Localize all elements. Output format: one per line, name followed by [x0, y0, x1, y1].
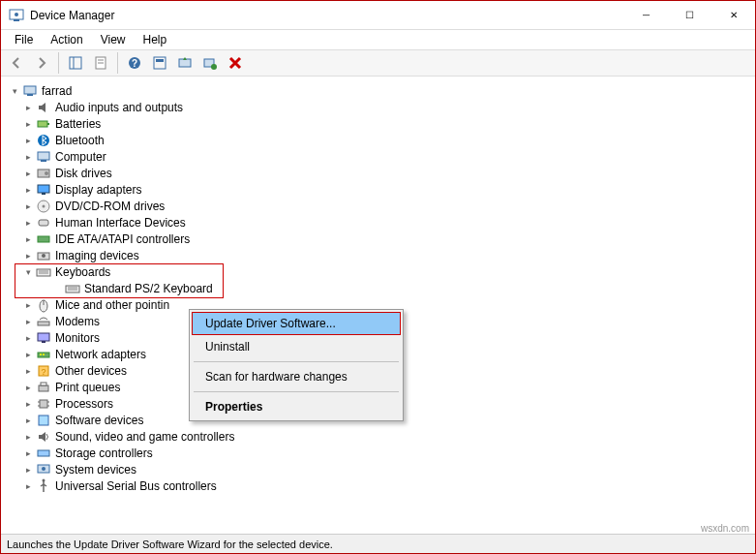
uninstall-button[interactable] — [224, 51, 247, 75]
tree-category-label: Keyboards — [55, 265, 110, 279]
context-update-driver[interactable]: Update Driver Software... — [192, 312, 401, 335]
tree-category[interactable]: ▸Batteries — [18, 115, 751, 132]
tree-category[interactable]: ▸System devices — [18, 461, 751, 477]
svg-rect-12 — [179, 59, 191, 67]
tree-category-label: IDE ATA/ATAPI controllers — [55, 232, 190, 246]
svg-rect-21 — [41, 160, 46, 162]
expand-icon[interactable]: ▸ — [22, 168, 34, 179]
tree-category-label: Imaging devices — [55, 249, 139, 262]
expand-icon[interactable]: ▸ — [22, 299, 34, 311]
menu-action[interactable]: Action — [43, 31, 90, 48]
category-icon — [36, 231, 51, 247]
svg-rect-56 — [38, 450, 49, 456]
expand-icon[interactable]: ▸ — [22, 398, 34, 410]
tree-root[interactable]: ▾ farrad — [5, 82, 751, 99]
expand-icon[interactable]: ▸ — [22, 332, 34, 344]
close-button[interactable]: ✕ — [711, 1, 755, 29]
expand-icon[interactable]: ▸ — [22, 464, 34, 476]
tree-device-keyboard[interactable]: ▸Standard PS/2 Keyboard — [47, 280, 751, 296]
expand-icon[interactable]: ▸ — [22, 217, 34, 229]
tree-category[interactable]: ▸Computer — [18, 148, 751, 165]
context-scan[interactable]: Scan for hardware changes — [192, 365, 401, 388]
tree-category[interactable]: ▸Disk drives — [18, 165, 751, 181]
expand-icon[interactable]: ▸ — [22, 480, 34, 492]
category-icon — [36, 149, 51, 165]
maximize-button[interactable]: ☐ — [668, 1, 711, 29]
svg-rect-16 — [27, 94, 33, 96]
expand-icon[interactable]: ▸ — [22, 415, 34, 426]
tree-category[interactable]: ▸Bluetooth — [18, 132, 751, 148]
svg-rect-25 — [42, 193, 45, 195]
expand-icon[interactable]: ▸ — [22, 447, 34, 459]
expand-icon[interactable]: ▾ — [22, 266, 34, 278]
tree-category[interactable]: ▸Sound, video and game controllers — [18, 428, 751, 445]
context-uninstall[interactable]: Uninstall — [192, 335, 401, 358]
expand-icon[interactable]: ▾ — [9, 85, 20, 97]
computer-icon — [22, 83, 38, 99]
title-bar: Device Manager ─ ☐ ✕ — [1, 1, 755, 30]
tree-category-label: Audio inputs and outputs — [55, 101, 183, 114]
tree-category[interactable]: ▸Universal Serial Bus controllers — [18, 477, 751, 494]
tree-category[interactable]: ▸Storage controllers — [18, 445, 751, 461]
tree-category[interactable]: ▸IDE ATA/ATAPI controllers — [18, 231, 751, 247]
minimize-button[interactable]: ─ — [624, 1, 668, 29]
window-title: Device Manager — [30, 9, 114, 22]
tree-category-label: DVD/CD-ROM drives — [55, 200, 165, 213]
svg-point-2 — [15, 13, 18, 16]
tree-category[interactable]: ▸Audio inputs and outputs — [18, 99, 751, 115]
menu-file[interactable]: File — [7, 31, 41, 48]
tree-category[interactable]: ▸Display adapters — [18, 181, 751, 198]
expand-icon[interactable]: ▸ — [22, 349, 34, 360]
category-icon — [36, 264, 51, 280]
tree-category-label: Disk drives — [55, 167, 112, 180]
scan-hardware-button[interactable] — [198, 51, 222, 75]
toolbar-separator — [117, 52, 118, 74]
expand-icon[interactable]: ▸ — [22, 118, 34, 130]
help-button[interactable]: ? — [123, 51, 146, 75]
app-icon — [9, 8, 24, 23]
window-controls: ─ ☐ ✕ — [624, 1, 755, 29]
menu-help[interactable]: Help — [136, 31, 175, 48]
expand-icon[interactable]: ▸ — [22, 365, 34, 377]
category-icon: ? — [36, 363, 51, 379]
update-driver-button[interactable] — [173, 51, 197, 75]
tree-category-label: Processors — [55, 397, 113, 411]
category-icon — [36, 314, 51, 329]
expand-icon[interactable]: ▸ — [22, 184, 34, 196]
show-hide-console-tree-button[interactable] — [64, 51, 87, 75]
expand-icon[interactable]: ▸ — [22, 200, 34, 212]
category-icon — [36, 182, 51, 198]
expand-icon[interactable]: ▸ — [22, 151, 34, 163]
svg-rect-24 — [38, 185, 49, 193]
expand-icon[interactable]: ▸ — [22, 250, 34, 262]
expand-icon[interactable]: ▸ — [22, 135, 34, 146]
svg-rect-29 — [38, 236, 49, 242]
tree-category-label: Bluetooth — [55, 134, 105, 147]
expand-icon[interactable]: ▸ — [22, 382, 34, 393]
svg-rect-55 — [39, 416, 48, 425]
forward-button[interactable] — [30, 51, 53, 75]
tree-category[interactable]: ▸DVD/CD-ROM drives — [18, 198, 751, 214]
svg-rect-10 — [154, 57, 166, 69]
expand-icon[interactable]: ▸ — [22, 316, 34, 327]
svg-point-31 — [42, 254, 45, 258]
tree-category[interactable]: ▾Keyboards — [18, 263, 751, 280]
back-button[interactable] — [5, 51, 28, 75]
tree-category[interactable]: ▸Imaging devices — [18, 247, 751, 263]
action-button[interactable] — [148, 51, 171, 75]
svg-rect-42 — [42, 341, 45, 343]
context-properties[interactable]: Properties — [192, 395, 401, 418]
menu-view[interactable]: View — [93, 31, 134, 48]
properties-button[interactable] — [89, 51, 112, 75]
expand-icon[interactable]: ▸ — [22, 233, 34, 245]
tree-category[interactable]: ▸Human Interface Devices — [18, 214, 751, 231]
category-icon — [36, 413, 51, 428]
expand-icon[interactable]: ▸ — [22, 431, 34, 443]
category-icon — [36, 166, 51, 181]
category-icon — [36, 116, 51, 132]
device-tree[interactable]: ▾ farrad ▸Audio inputs and outputs▸Batte… — [5, 78, 751, 532]
svg-point-27 — [43, 204, 45, 207]
svg-rect-50 — [40, 400, 47, 408]
svg-rect-28 — [39, 220, 48, 226]
expand-icon[interactable]: ▸ — [22, 102, 34, 113]
